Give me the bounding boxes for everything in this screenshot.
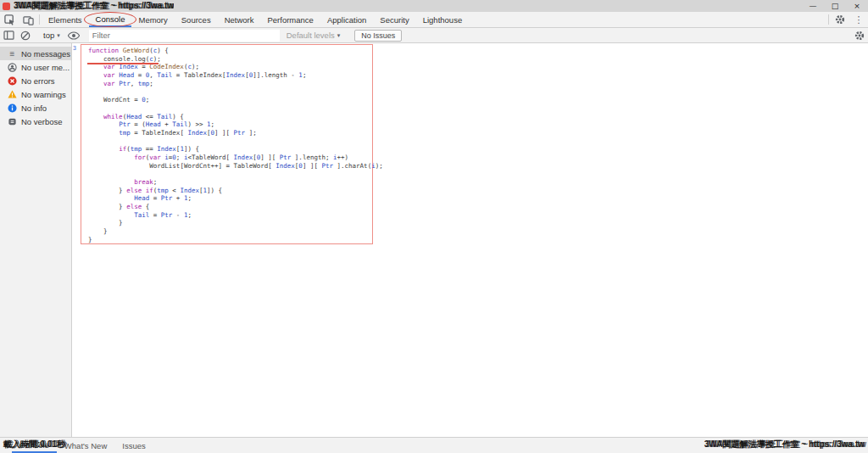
code-line: } — [88, 236, 372, 244]
chevron-down-icon: ▾ — [337, 32, 341, 39]
clear-console-button[interactable] — [17, 28, 34, 42]
no-issues-button[interactable]: No Issues — [354, 30, 402, 42]
sidebar-toggle-icon — [3, 31, 14, 40]
code-line: WordCnt = 0; — [88, 96, 372, 104]
code-line: } else if(tmp < Index[1]) { — [88, 187, 372, 195]
code-line: } — [88, 219, 372, 227]
drawer-tab-what-s-new[interactable]: What's New — [57, 438, 114, 453]
list-icon: ≡ — [8, 49, 17, 59]
log-levels-dropdown[interactable]: Default levels ▾ — [280, 31, 348, 40]
sidebar-item-verbose[interactable]: No verbose — [0, 115, 71, 128]
site-favicon — [3, 3, 10, 10]
code-line: Tail = Ptr - 1; — [88, 211, 372, 220]
console-log-underline-annotation — [87, 63, 159, 64]
console-panel: ≡No messagesNo user me...No errorsNo war… — [0, 43, 868, 437]
titlebar: 3WA閱題解法導授工作室 ~ https://3wa.tw — □ × — [0, 0, 868, 12]
code-line: Ptr = (Head + Tail) >> 1; — [88, 120, 372, 129]
verbose-icon — [8, 117, 17, 126]
tab-application[interactable]: Application — [320, 12, 373, 27]
sidebar-item-label: No errors — [21, 76, 55, 86]
stray-artifact-text: 3 — [73, 45, 76, 51]
devtools-tabbar: ElementsConsoleMemorySourcesNetworkPerfo… — [0, 12, 868, 28]
sidebar-item-label: No warnings — [21, 90, 66, 99]
drawer-tabs: ConsoleWhat's NewIssues — [0, 438, 153, 453]
drawer-tab-console[interactable]: Console — [12, 438, 57, 453]
tab-performance[interactable]: Performance — [260, 12, 320, 27]
separator — [39, 14, 40, 25]
sidebar-item-label: No user me... — [21, 63, 70, 72]
close-button[interactable]: × — [846, 0, 868, 12]
tab-console[interactable]: Console — [89, 12, 132, 27]
sidebar-item-user[interactable]: No user me... — [0, 60, 71, 74]
code-line: var Head = 0, Tail = TableIndex[Index[0]… — [88, 71, 372, 80]
inspect-icon — [4, 14, 15, 25]
console-messages-area: 3 function GetWord(c) { console.log(c); … — [72, 43, 868, 437]
code-annotation-box: function GetWord(c) { console.log(c); va… — [81, 44, 373, 244]
tab-network[interactable]: Network — [218, 12, 261, 27]
error-icon — [8, 76, 17, 86]
tab-security[interactable]: Security — [373, 12, 415, 27]
context-label: top — [43, 31, 54, 40]
sidebar-item-list[interactable]: ≡No messages — [0, 47, 71, 60]
chevron-down-icon: ▾ — [57, 32, 60, 39]
info-icon — [8, 103, 17, 113]
code-line: } else { — [88, 203, 372, 211]
code-line: for(var i=0; i<TableWord[ Index[0] ][ Pt… — [88, 154, 372, 162]
code-line: var Ptr, tmp; — [88, 80, 372, 88]
tab-lighthouse[interactable]: Lighthouse — [416, 12, 469, 27]
devtools-tabs: ElementsConsoleMemorySourcesNetworkPerfo… — [42, 12, 469, 27]
log-levels-label: Default levels — [287, 31, 335, 40]
drawer-tab-issues[interactable]: Issues — [114, 438, 153, 453]
sidebar-item-info[interactable]: No info — [0, 101, 71, 115]
console-annotation-ellipse — [84, 12, 137, 27]
code-line — [88, 87, 372, 96]
code-line: if(tmp == Index[1]) { — [88, 145, 372, 154]
console-settings-button[interactable] — [851, 28, 868, 42]
clear-console-icon — [20, 31, 31, 41]
code-line: Head = Ptr + 1; — [88, 194, 372, 203]
device-toolbar-icon — [23, 14, 34, 25]
sidebar-item-label: No messages — [21, 49, 70, 59]
tab-sources[interactable]: Sources — [175, 12, 218, 27]
minimize-button[interactable]: — — [802, 0, 824, 12]
code-line — [88, 137, 372, 146]
code-line: WordList[WordCnt++] = TableWord[ Index[0… — [88, 162, 372, 171]
code-line: function GetWord(c) { — [88, 47, 372, 55]
tabbar-right: ⋮ — [826, 12, 868, 27]
warning-icon — [8, 90, 17, 98]
gear-icon — [835, 14, 845, 25]
code-line: console.log(c); — [88, 55, 372, 64]
code-line: } — [88, 227, 372, 236]
console-toolbar: top ▾ Default levels ▾ No Issues — [0, 28, 868, 43]
sidebar-item-label: No verbose — [21, 117, 63, 126]
eye-icon — [68, 31, 80, 40]
live-expression-button[interactable] — [65, 28, 82, 42]
drawer: ConsoleWhat's NewIssues 載入時間:0.01秒 — [0, 437, 868, 453]
code-line — [88, 170, 372, 178]
gear-icon — [854, 31, 865, 41]
separator — [828, 14, 829, 25]
settings-button[interactable] — [831, 12, 849, 27]
device-toolbar-button[interactable] — [19, 12, 37, 27]
more-menu-icon: ⋮ — [854, 14, 864, 25]
sidebar-item-error[interactable]: No errors — [0, 74, 71, 87]
execution-context-selector[interactable]: top ▾ — [38, 31, 65, 40]
maximize-button[interactable]: □ — [824, 0, 846, 12]
user-icon — [8, 63, 17, 72]
tab-memory[interactable]: Memory — [131, 12, 174, 27]
window-title: 3WA閱題解法導授工作室 ~ https://3wa.tw — [14, 0, 174, 12]
sidebar-item-label: No info — [21, 103, 47, 113]
console-sidebar: ≡No messagesNo user me...No errorsNo war… — [0, 43, 72, 437]
filter-input[interactable] — [89, 30, 280, 42]
code-line: tmp = TableIndex[ Index[0] ][ Ptr ]; — [88, 129, 372, 137]
code-snippet: function GetWord(c) { console.log(c); va… — [88, 47, 372, 244]
more-menu-button[interactable]: ⋮ — [849, 12, 868, 27]
code-line: while(Head <= Tail) { — [88, 113, 372, 121]
tab-elements[interactable]: Elements — [42, 12, 89, 27]
window-controls: — □ × — [802, 0, 868, 12]
code-line: break; — [88, 178, 372, 187]
inspect-element-button[interactable] — [0, 12, 19, 27]
code-line — [88, 104, 372, 113]
console-sidebar-toggle-button[interactable] — [0, 28, 17, 42]
sidebar-item-warning[interactable]: No warnings — [0, 87, 71, 101]
